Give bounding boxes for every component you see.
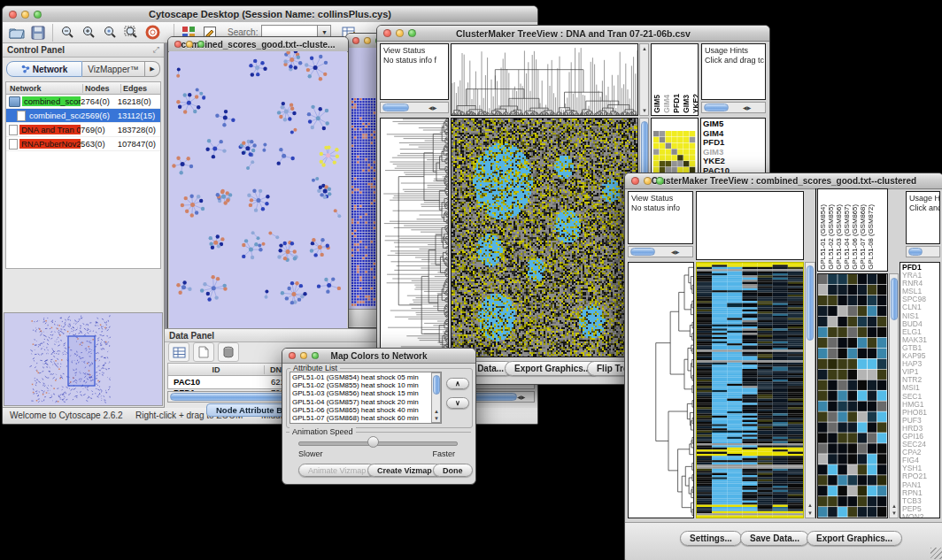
network-table-row[interactable]: combined_sco 2569(6) 13112(15) [6, 109, 160, 123]
tv2-zoom-heatmap[interactable] [817, 273, 888, 518]
col-edges[interactable]: Edges [121, 84, 160, 93]
close-icon[interactable] [174, 41, 181, 48]
minimize-icon[interactable] [364, 37, 371, 44]
scrollbar-thumb[interactable] [382, 104, 409, 111]
tv2-heatmap[interactable] [696, 262, 804, 518]
done-button[interactable]: Done [433, 464, 473, 477]
treeview-button[interactable]: Save Data... [740, 531, 809, 546]
close-icon[interactable] [631, 177, 639, 185]
minimize-icon[interactable] [300, 352, 307, 359]
dialog-titlebar[interactable]: Map Colors to Network [282, 349, 475, 364]
col-id[interactable]: ID [168, 365, 265, 374]
tv2-hints-hscrollbar[interactable] [906, 246, 940, 257]
scrollbar-thumb[interactable] [891, 278, 898, 320]
tv1-row-dendrogram[interactable] [380, 118, 449, 357]
birdseye-canvas[interactable] [4, 313, 162, 405]
animate-vizmap-button[interactable]: Animate Vizmap [298, 464, 375, 477]
scroll-right-icon[interactable]: ▶ [676, 249, 680, 255]
tv1-column-scroll-strip[interactable]: ▲ ▼ [639, 43, 649, 116]
help-icon[interactable] [142, 24, 163, 42]
treeview1-titlebar[interactable]: ClusterMaker TreeView : DNA and Tran 07-… [377, 26, 769, 42]
row-dendrogram-canvas[interactable] [629, 263, 693, 518]
scroll-down-icon[interactable]: ▼ [434, 416, 439, 421]
attribute-item[interactable]: GPL51-07 (GSM868) heat shock 60 min [292, 414, 439, 422]
scroll-down-icon[interactable]: ▼ [892, 510, 897, 516]
network-table-row[interactable]: combined_scores 2764(0) 16218(0) [6, 95, 160, 109]
new-attribute-icon[interactable] [193, 342, 214, 362]
col-network[interactable]: Network [6, 84, 83, 93]
minimize-icon[interactable] [644, 177, 652, 185]
scroll-right-icon[interactable]: ▶ [433, 105, 437, 111]
main-titlebar[interactable]: Cytoscape Desktop (Session Name: collins… [3, 6, 537, 23]
network-table-row[interactable]: DNA and Tran 07 769(0) 183728(0) [6, 123, 160, 137]
delete-attribute-icon[interactable] [218, 342, 239, 362]
zoom-window-icon[interactable] [408, 29, 416, 37]
close-icon[interactable] [352, 37, 359, 44]
network-window-1-titlebar[interactable]: combined_scores_good.txt--cluste... [168, 37, 348, 52]
scrollbar-thumb[interactable] [433, 375, 440, 395]
tab-network[interactable]: Network [6, 61, 82, 77]
tv2-column-tree[interactable] [696, 191, 804, 260]
scrollbar-thumb[interactable] [908, 248, 923, 256]
heatmap-canvas[interactable] [697, 263, 803, 518]
zoom-out-icon[interactable] [57, 24, 78, 42]
zoom-window-icon[interactable] [656, 177, 664, 185]
tv2-right-vscrollbar[interactable]: ▲ ▼ [889, 273, 899, 518]
row-dendrogram-canvas[interactable] [381, 119, 448, 357]
attribute-list-vscrollbar[interactable]: ▲ ▼ [431, 372, 441, 423]
zoom-window-icon[interactable] [34, 11, 42, 19]
select-attributes-icon[interactable] [168, 342, 189, 362]
treeview-button[interactable]: Export Graphics... [807, 531, 902, 546]
speed-slider-thumb[interactable] [367, 436, 379, 448]
move-up-button[interactable]: ∧ [446, 378, 469, 389]
zoom-in-icon[interactable] [78, 24, 99, 42]
close-icon[interactable] [289, 352, 296, 359]
save-session-icon[interactable] [27, 24, 49, 42]
network-table-row[interactable]: RNAPuberNov2+ 563(0) 107847(0) [6, 137, 160, 151]
zoom-window-icon[interactable] [197, 41, 205, 48]
resize-grip[interactable] [930, 548, 942, 559]
scrollbar-thumb[interactable] [807, 265, 814, 341]
tv1-hints-hscrollbar[interactable]: ◀▶ [701, 102, 766, 113]
scroll-right-icon[interactable]: ▶ [747, 105, 752, 111]
col-nodes[interactable]: Nodes [83, 84, 121, 93]
scroll-down-icon[interactable]: ▼ [807, 510, 813, 516]
scroll-up-icon[interactable]: ▲ [807, 502, 813, 508]
attribute-item[interactable]: GPL51-06 (GSM865) heat shock 40 min [292, 406, 439, 414]
zoom-fit-icon[interactable] [120, 24, 142, 42]
tv1-heatmap[interactable] [451, 118, 638, 357]
heatmap-canvas[interactable] [452, 119, 637, 357]
scroll-up-icon[interactable]: ▲ [434, 409, 439, 414]
move-down-button[interactable]: ∨ [446, 397, 469, 409]
close-icon[interactable] [9, 11, 17, 19]
zoom-selected-icon[interactable] [99, 24, 120, 42]
network-view-canvas[interactable] [169, 51, 347, 330]
scrollbar-thumb[interactable] [704, 104, 729, 111]
attribute-item[interactable]: GPL51-01 (GSM854) heat shock 05 min [292, 373, 439, 381]
birdseye-view[interactable] [4, 312, 163, 406]
open-session-icon[interactable] [6, 24, 27, 42]
attribute-item[interactable]: GPL51-03 (GSM856) heat shock 15 min [292, 389, 439, 397]
treeview-button[interactable]: Export Graphics... [505, 361, 600, 376]
attribute-item[interactable]: GPL51-04 (GSM857) heat shock 20 min [292, 398, 439, 406]
tab-vizmapper[interactable]: VizMapper™ [82, 61, 145, 77]
attribute-list[interactable]: GPL51-01 (GSM854) heat shock 05 minGPL51… [290, 372, 442, 424]
zoom-heatmap-canvas[interactable] [818, 274, 887, 518]
attribute-item[interactable]: GPL51-02 (GSM855) heat shock 10 min [292, 381, 439, 389]
column-dendrogram-canvas[interactable] [452, 44, 637, 115]
minimize-icon[interactable] [21, 11, 29, 19]
scrollbar-thumb[interactable] [630, 248, 655, 256]
scroll-down-icon[interactable]: ▼ [642, 108, 647, 113]
treeview-button[interactable]: Settings... [680, 531, 742, 546]
scroll-right-icon[interactable]: ▶ [521, 395, 526, 400]
float-panel-icon[interactable]: ⤢ [153, 45, 159, 55]
tv2-status-hscrollbar[interactable]: ◀▶ [628, 246, 693, 257]
minimize-icon[interactable] [396, 29, 404, 37]
tv2-vscrollbar[interactable]: ▲ ▼ [805, 262, 815, 518]
treeview2-titlebar[interactable]: ClusterMaker TreeView : combined_scores_… [625, 173, 942, 189]
scroll-up-icon[interactable]: ▲ [892, 503, 897, 509]
scroll-up-icon[interactable]: ▲ [642, 46, 647, 51]
minimize-icon[interactable] [186, 41, 193, 48]
zoom-window-icon[interactable] [312, 352, 319, 359]
tab-overflow-icon[interactable]: ▶ [145, 61, 160, 77]
